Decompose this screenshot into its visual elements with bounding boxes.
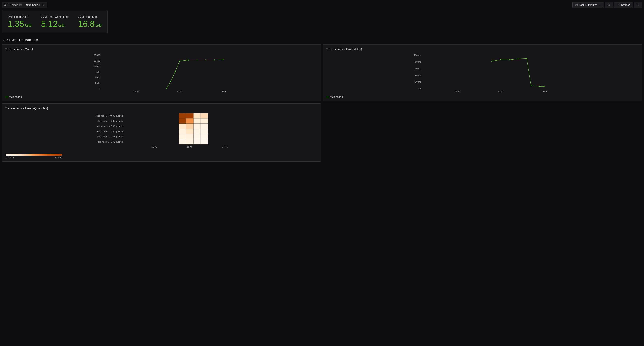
svg-text:xtdb-node-1 - 0.85 quantile: xtdb-node-1 - 0.85 quantile (97, 135, 123, 138)
svg-text:15:45: 15:45 (222, 146, 228, 148)
svg-text:xtdb-node-1 - 0.98 quantile: xtdb-node-1 - 0.98 quantile (97, 125, 123, 127)
time-range-picker[interactable]: Last 15 minutes (572, 2, 604, 8)
svg-text:12500: 12500 (94, 60, 100, 62)
svg-text:0: 0 (99, 87, 100, 90)
stat-title: JVM Heap Max (78, 15, 102, 19)
variable-label: XTDB Node (2, 2, 24, 8)
svg-rect-66 (193, 134, 200, 139)
svg-point-42 (544, 86, 545, 87)
svg-rect-64 (179, 134, 186, 139)
stat-value: 5.12GB (41, 20, 69, 28)
scale-min: 0.00518 (6, 156, 14, 159)
svg-text:5000: 5000 (95, 76, 100, 79)
svg-text:15:35: 15:35 (454, 90, 460, 93)
jvm-stats-panel: JVM Heap Used 1.35GB JVM Heap Committed … (2, 10, 108, 33)
panel-title: Transactions - Timer (Max) (326, 48, 639, 51)
svg-rect-61 (193, 129, 200, 134)
svg-text:15:40: 15:40 (498, 90, 504, 93)
stat-heap-max: JVM Heap Max 16.8GB (78, 15, 102, 28)
svg-point-22 (196, 60, 198, 61)
svg-line-5 (610, 6, 610, 6)
svg-rect-69 (179, 139, 186, 144)
svg-text:20 ms: 20 ms (415, 81, 421, 83)
svg-point-21 (188, 60, 189, 61)
stat-heap-used: JVM Heap Used 1.35GB (8, 15, 32, 28)
svg-rect-50 (186, 118, 193, 124)
legend-label: xtdb-node-1 (330, 96, 343, 99)
chevron-down-icon (636, 4, 640, 7)
svg-point-20 (179, 61, 180, 62)
chevron-down-icon (2, 39, 5, 41)
svg-text:xtdb-node-1 - 0.999 quantile: xtdb-node-1 - 0.999 quantile (96, 115, 124, 117)
section-header-transactions[interactable]: XTDB - Transactions (2, 38, 642, 42)
svg-text:2500: 2500 (95, 82, 100, 84)
svg-point-39 (526, 58, 527, 59)
clock-icon (575, 4, 578, 7)
svg-rect-52 (200, 118, 208, 124)
svg-text:15:40: 15:40 (187, 146, 192, 148)
svg-text:10000: 10000 (94, 65, 100, 68)
panel-title: Transactions - Timer (Quantiles) (5, 107, 318, 110)
svg-rect-44 (179, 113, 186, 118)
svg-rect-62 (200, 129, 208, 134)
zoom-out-icon (608, 4, 610, 7)
legend-swatch (5, 97, 8, 98)
svg-point-37 (509, 60, 510, 61)
svg-rect-54 (179, 124, 186, 129)
svg-point-1 (21, 4, 21, 5)
svg-text:80 ms: 80 ms (415, 61, 421, 63)
color-scale-bar (6, 154, 62, 156)
refresh-interval-button[interactable] (634, 2, 642, 8)
svg-point-17 (166, 88, 167, 89)
svg-rect-59 (179, 129, 186, 134)
svg-text:xtdb-node-1 - 0.75 quantile: xtdb-node-1 - 0.75 quantile (97, 141, 123, 143)
refresh-button[interactable]: Refresh (614, 2, 633, 8)
svg-rect-65 (186, 134, 193, 139)
svg-text:15:40: 15:40 (177, 90, 182, 93)
svg-text:15:35: 15:35 (151, 146, 157, 148)
svg-text:15000: 15000 (94, 54, 100, 57)
svg-rect-67 (200, 134, 208, 139)
svg-rect-45 (186, 113, 193, 118)
svg-rect-49 (179, 118, 186, 124)
refresh-icon (617, 4, 620, 7)
svg-rect-2 (21, 5, 21, 6)
svg-point-24 (214, 60, 215, 61)
svg-rect-47 (200, 113, 208, 118)
svg-point-35 (492, 61, 492, 62)
legend-swatch (326, 97, 329, 98)
legend-label: xtdb-node-1 (10, 96, 22, 99)
stat-value: 16.8GB (78, 20, 102, 28)
svg-rect-60 (186, 129, 193, 134)
variable-select[interactable]: xtdb-node-1 (24, 2, 47, 8)
stat-heap-committed: JVM Heap Committed 5.12GB (41, 15, 69, 28)
svg-rect-70 (186, 139, 193, 144)
refresh-label: Refresh (621, 4, 630, 7)
chevron-down-icon (42, 4, 45, 7)
chart-area: 025005000750010000125001500015:3515:4015… (5, 53, 318, 94)
chart-area: 0 s20 ms40 ms60 ms80 ms100 ms15:3515:401… (326, 53, 639, 94)
svg-point-19 (175, 71, 176, 72)
chevron-down-icon (598, 4, 601, 7)
svg-rect-72 (200, 139, 208, 144)
svg-rect-51 (193, 118, 200, 124)
stat-value: 1.35GB (8, 20, 32, 28)
svg-text:15:35: 15:35 (133, 90, 139, 93)
scale-max: 0.0838 (55, 156, 62, 159)
section-title: XTDB - Transactions (6, 38, 38, 42)
variable-value: xtdb-node-1 (26, 4, 40, 7)
svg-point-40 (530, 85, 532, 86)
stat-title: JVM Heap Committed (41, 15, 69, 19)
panel-transactions-count[interactable]: Transactions - Count 0250050007500100001… (2, 44, 321, 102)
stat-title: JVM Heap Used (8, 15, 32, 19)
legend: xtdb-node-1 (326, 96, 639, 99)
svg-text:0 s: 0 s (418, 87, 421, 90)
zoom-out-button[interactable] (605, 2, 613, 8)
svg-text:60 ms: 60 ms (415, 67, 421, 70)
panel-transactions-timer-max[interactable]: Transactions - Timer (Max) 0 s20 ms40 ms… (323, 44, 642, 102)
svg-rect-55 (186, 124, 193, 129)
panel-transactions-quantiles[interactable]: Transactions - Timer (Quantiles) xtdb-no… (2, 104, 321, 162)
svg-text:15:45: 15:45 (541, 90, 547, 93)
svg-point-36 (500, 60, 501, 61)
svg-rect-71 (193, 139, 200, 144)
